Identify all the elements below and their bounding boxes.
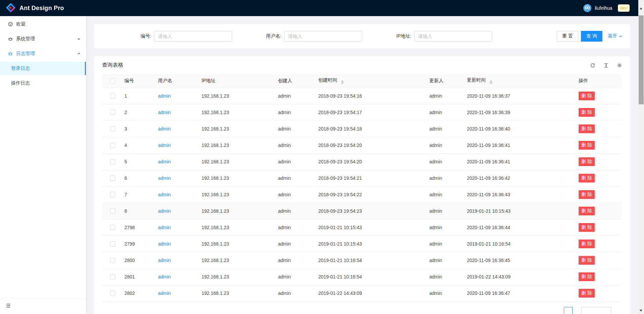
- column-header-created-at[interactable]: 创建时间: [318, 74, 429, 88]
- cell-updated-at: 2020-11-09 16:36:41: [467, 137, 579, 153]
- logo[interactable]: Ant Design Pro: [5, 2, 64, 14]
- row-checkbox[interactable]: [110, 258, 115, 263]
- row-checkbox[interactable]: [110, 192, 115, 197]
- sort-icon[interactable]: [341, 80, 344, 84]
- username-link[interactable]: admin: [158, 110, 171, 115]
- sidebar-item-welcome[interactable]: 欢迎: [0, 17, 86, 31]
- scrollbar-thumb[interactable]: [639, 15, 644, 104]
- row-checkbox[interactable]: [110, 208, 115, 214]
- pagination: [94, 307, 611, 314]
- search-button[interactable]: 查 询: [581, 31, 602, 42]
- username-link[interactable]: admin: [158, 175, 171, 181]
- row-checkbox[interactable]: [110, 159, 115, 164]
- delete-button[interactable]: 删 除: [579, 92, 595, 100]
- cell-created-at: 2019-01-21 10:16:54: [318, 252, 429, 268]
- row-checkbox[interactable]: [110, 126, 115, 132]
- cell-updated-at: 2020-11-09 16:36:43: [467, 186, 579, 203]
- column-header-id: 编号: [124, 74, 158, 88]
- user-avatar[interactable]: [583, 4, 591, 12]
- pagination-size-select[interactable]: [581, 307, 611, 314]
- row-checkbox[interactable]: [110, 241, 115, 247]
- delete-button[interactable]: 删 除: [579, 289, 595, 298]
- chevron-up-icon: [77, 52, 80, 55]
- delete-button[interactable]: 删 除: [579, 207, 595, 215]
- field-id: 编号:: [102, 31, 232, 42]
- delete-button[interactable]: 删 除: [579, 174, 595, 182]
- sort-icon[interactable]: [490, 80, 492, 84]
- username-link[interactable]: admin: [158, 192, 171, 197]
- field-ip-label: IP地址:: [362, 33, 414, 39]
- pagination-page-1[interactable]: [564, 307, 573, 314]
- username-link[interactable]: admin: [158, 93, 171, 99]
- cell-ip: 192.168.1.23: [202, 219, 278, 235]
- username-link[interactable]: admin: [158, 126, 171, 132]
- username-link[interactable]: admin: [158, 159, 171, 164]
- cell-creator: admin: [278, 104, 318, 120]
- sidebar-item-system-management[interactable]: 系统管理: [0, 32, 86, 46]
- username-link[interactable]: admin: [158, 225, 171, 230]
- delete-button[interactable]: 删 除: [579, 141, 595, 150]
- reset-button[interactable]: 重 置: [557, 31, 578, 42]
- username-link[interactable]: admin: [158, 274, 171, 279]
- query-table-card: 查询表格: [94, 56, 630, 314]
- expand-toggle[interactable]: 展开: [608, 33, 622, 39]
- smile-icon: [8, 22, 13, 27]
- username-link[interactable]: admin: [158, 143, 171, 148]
- username-link[interactable]: admin: [158, 208, 171, 214]
- username-link[interactable]: admin: [158, 258, 171, 263]
- delete-button[interactable]: 删 除: [579, 190, 595, 199]
- row-checkbox[interactable]: [110, 274, 115, 279]
- sidebar-collapse-button[interactable]: [0, 298, 86, 314]
- cell-created-at: 2019-01-21 10:15:43: [318, 235, 429, 252]
- table-row: 2798 admin 192.168.1.23 admin 2019-01-21…: [102, 219, 622, 235]
- delete-button[interactable]: 删 除: [579, 108, 595, 117]
- cell-ip: 192.168.1.23: [202, 235, 278, 252]
- delete-button[interactable]: 删 除: [579, 124, 595, 133]
- field-username: 用户名:: [232, 31, 362, 42]
- cell-updated-at: 2020-11-09 16:36:37: [467, 88, 579, 104]
- delete-button[interactable]: 删 除: [579, 272, 595, 281]
- id-input[interactable]: [154, 31, 232, 42]
- sidebar-item-log-management[interactable]: 日志管理: [0, 47, 86, 60]
- cell-updater: admin: [429, 104, 467, 120]
- cell-ip: 192.168.1.23: [202, 285, 278, 301]
- user-name[interactable]: liufeihua: [595, 5, 612, 11]
- vertical-scrollbar[interactable]: [638, 0, 644, 314]
- delete-button[interactable]: 删 除: [579, 240, 595, 248]
- row-checkbox[interactable]: [110, 225, 115, 230]
- column-header-creator: 创建人: [278, 74, 318, 88]
- ip-input[interactable]: [414, 31, 492, 42]
- sidebar-item-login-log[interactable]: 登录日志: [0, 62, 86, 75]
- row-checkbox[interactable]: [110, 93, 115, 99]
- cell-ip: 192.168.1.23: [202, 104, 278, 120]
- density-icon[interactable]: [603, 63, 609, 68]
- cell-id: 8: [124, 203, 158, 219]
- username-input[interactable]: [284, 31, 362, 42]
- sidebar-item-operation-log[interactable]: 操作日志: [0, 76, 86, 90]
- reload-icon[interactable]: [590, 63, 595, 68]
- row-checkbox[interactable]: [110, 291, 115, 296]
- column-header-updated-at[interactable]: 更新时间: [467, 74, 579, 88]
- delete-button[interactable]: 删 除: [579, 223, 595, 232]
- row-checkbox[interactable]: [110, 110, 115, 115]
- delete-button[interactable]: 删 除: [579, 256, 595, 265]
- username-link[interactable]: admin: [158, 241, 171, 247]
- delete-button[interactable]: 删 除: [579, 157, 595, 166]
- cell-updater: admin: [429, 137, 467, 153]
- row-checkbox[interactable]: [110, 175, 115, 181]
- cell-id: 6: [124, 170, 158, 186]
- settings-icon[interactable]: [617, 63, 622, 68]
- scroll-down-icon[interactable]: [640, 310, 642, 312]
- cell-updater: admin: [429, 120, 467, 137]
- crown-icon: [8, 51, 13, 56]
- select-all-checkbox[interactable]: [110, 78, 115, 84]
- username-link[interactable]: admin: [158, 291, 171, 296]
- table-row: 2799 admin 192.168.1.23 admin 2019-01-21…: [102, 235, 622, 252]
- row-checkbox[interactable]: [110, 143, 115, 148]
- header-user-area[interactable]: liufeihua dev: [583, 4, 630, 12]
- cell-updater: admin: [429, 203, 467, 219]
- scroll-up-icon[interactable]: [640, 7, 642, 9]
- cell-id: 2798: [124, 219, 158, 235]
- cell-ip: 192.168.1.23: [202, 186, 278, 203]
- cell-updated-at: 2020-11-09 16:36:41: [467, 153, 579, 170]
